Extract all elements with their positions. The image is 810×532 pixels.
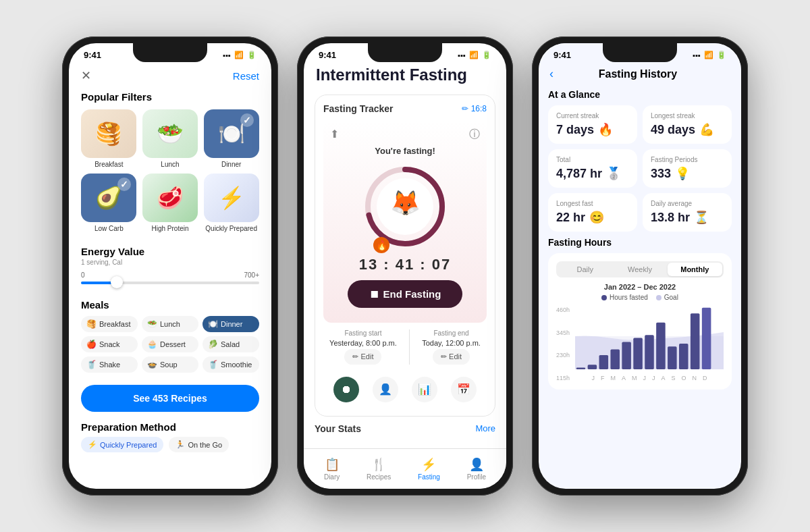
recipes-label: Recipes xyxy=(367,473,391,481)
legend-dot-goal xyxy=(656,295,662,300)
filter-header: ✕ Reset xyxy=(69,63,271,91)
tracker-nav-dot[interactable]: ⏺ xyxy=(333,377,359,402)
tracker-nav-person[interactable]: 👤 xyxy=(373,377,398,402)
meal-chip-breakfast[interactable]: 🥞 Breakfast xyxy=(81,316,138,332)
diary-label: Diary xyxy=(324,473,340,481)
energy-subtitle: 1 serving, Cal xyxy=(81,259,259,266)
signal-icon3: ▪▪▪ xyxy=(693,51,701,59)
share-icon[interactable]: ⬆ xyxy=(330,128,339,142)
tab-profile[interactable]: 👤 Profile xyxy=(467,457,486,481)
fasting-start-edit-button[interactable]: ✏ Edit xyxy=(344,349,381,365)
history-nav-header: ‹ Fasting History xyxy=(539,63,741,86)
svg-rect-9 xyxy=(645,335,654,369)
prep-title: Preparation Method xyxy=(81,421,259,433)
tracker-nav-chart[interactable]: 📊 xyxy=(412,377,437,402)
prep-chip-onthego[interactable]: 🏃 On the Go xyxy=(169,437,229,452)
fire-emoji: 🔥 xyxy=(598,122,613,137)
profile-label: Profile xyxy=(467,473,486,481)
fasting-icon: ⚡ xyxy=(421,457,436,472)
reset-button[interactable]: Reset xyxy=(233,70,259,82)
slider-thumb[interactable] xyxy=(111,276,123,288)
filter-item-lunch[interactable]: 🥗 Lunch xyxy=(142,109,198,168)
x-label-n: N xyxy=(692,375,697,381)
tab-fasting[interactable]: ⚡ Fasting xyxy=(418,457,440,481)
meal-chip-smoothie[interactable]: 🥤 Smoothie xyxy=(202,356,259,373)
see-recipes-button[interactable]: See 453 Recipes xyxy=(81,385,259,412)
fasting-page-title: Intermittent Fasting xyxy=(316,65,494,85)
battery-icon3: 🔋 xyxy=(717,51,726,59)
back-button[interactable]: ‹ xyxy=(549,67,554,81)
quick-filter-img: ⚡ xyxy=(204,174,259,222)
legend-hours-fasted: Hours fasted xyxy=(601,294,648,301)
meal-chip-lunch[interactable]: 🥗 Lunch xyxy=(142,316,198,332)
phone1-notch xyxy=(133,43,207,62)
fasting-hours-title: Fasting Hours xyxy=(548,237,732,248)
lunch-label: Lunch xyxy=(160,320,180,328)
soup-emoji: 🍲 xyxy=(147,360,157,369)
phone3-screen: 9:41 ▪▪▪ 📶 🔋 ‹ Fasting History At a Glan… xyxy=(539,43,741,489)
meal-chip-snack[interactable]: 🍎 Snack xyxy=(81,336,138,352)
tracker-nav-icons: ⏺ 👤 📊 📅 xyxy=(323,371,487,408)
fasting-end-label: Fasting end xyxy=(433,329,468,337)
svg-rect-12 xyxy=(679,344,688,369)
dinner-filter-img: 🍽️ xyxy=(204,109,259,158)
filter-item-breakfast[interactable]: 🥞 Breakfast xyxy=(81,109,137,168)
daily-avg-value-row: 13.8 hr ⏳ xyxy=(651,210,724,225)
snack-emoji: 🍎 xyxy=(86,340,97,349)
energy-slider[interactable] xyxy=(81,282,259,284)
battery-icon2: 🔋 xyxy=(482,51,491,59)
dinner-label: Dinner xyxy=(221,320,242,328)
longest-fast-value-row: 22 hr 😊 xyxy=(556,210,629,225)
filter-item-lowcarb[interactable]: 🥑 Low Carb xyxy=(81,174,137,232)
filter-item-dinner[interactable]: 🍽️ Dinner xyxy=(203,109,259,168)
fasting-periods-value: 333 xyxy=(651,167,671,181)
filter-item-highprotein[interactable]: 🥩 High Protein xyxy=(142,174,198,232)
phone3-notch xyxy=(603,43,677,62)
tracker-label: Fasting Tracker xyxy=(323,103,394,114)
wifi-icon3: 📶 xyxy=(704,51,713,59)
battery-icon: 🔋 xyxy=(247,51,256,59)
filter-item-quick[interactable]: ⚡ Quickly Prepared xyxy=(203,174,259,232)
meal-chip-dinner[interactable]: 🍽️ Dinner xyxy=(202,316,259,332)
svg-rect-7 xyxy=(622,342,631,369)
end-fasting-button[interactable]: ⏹ End Fasting xyxy=(348,280,463,308)
stop-icon: ⏹ xyxy=(369,288,379,300)
legend-dot-hours xyxy=(601,295,607,300)
your-stats-more[interactable]: More xyxy=(475,423,495,433)
fasting-end-edit-button[interactable]: ✏ Edit xyxy=(433,349,470,365)
salad-label: Salad xyxy=(221,340,240,348)
phone2-frame: 9:41 ▪▪▪ 📶 🔋 Intermittent Fasting Fastin… xyxy=(297,36,513,496)
tracker-nav-calendar[interactable]: 📅 xyxy=(451,377,477,402)
tab-recipes[interactable]: 🍴 Recipes xyxy=(367,457,391,481)
stat-fasting-periods: Fasting Periods 333 💡 xyxy=(643,149,732,188)
stats-grid: Current streak 7 days 🔥 Longest streak 4… xyxy=(548,105,732,232)
meal-chip-dessert[interactable]: 🧁 Dessert xyxy=(142,336,198,352)
phone2-time: 9:41 xyxy=(319,50,336,60)
meal-chip-shake[interactable]: 🥤 Shake xyxy=(81,356,138,373)
phone1-time: 9:41 xyxy=(84,50,101,60)
signal-icon2: ▪▪▪ xyxy=(458,51,466,59)
svg-rect-14 xyxy=(702,308,711,369)
fasting-start-label: Fasting start xyxy=(344,329,381,337)
quick-filter-label: Quickly Prepared xyxy=(205,225,257,232)
chart-tab-daily[interactable]: Daily xyxy=(558,263,612,276)
x-label-a1: A xyxy=(622,375,626,381)
phone1-status-icons: ▪▪▪ 📶 🔋 xyxy=(223,51,256,59)
chart-tab-weekly[interactable]: Weekly xyxy=(612,263,667,276)
svg-rect-4 xyxy=(588,365,597,369)
info-icon[interactable]: ⓘ xyxy=(469,128,480,142)
svg-rect-8 xyxy=(633,338,643,370)
stat-daily-avg: Daily average 13.8 hr ⏳ xyxy=(643,193,732,232)
tracker-edit[interactable]: ✏ 16:8 xyxy=(462,104,487,113)
prep-chip-quick[interactable]: ⚡ Quickly Prepared xyxy=(81,437,163,452)
chart-tab-monthly[interactable]: Monthly xyxy=(668,263,722,276)
energy-range: 0 700+ xyxy=(81,271,259,279)
close-icon[interactable]: ✕ xyxy=(81,68,91,83)
breakfast-filter-img: 🥞 xyxy=(81,109,136,158)
at-glance-section: At a Glance Current streak 7 days 🔥 Long… xyxy=(548,89,732,232)
current-streak-value-row: 7 days 🔥 xyxy=(556,122,629,137)
meal-chip-salad[interactable]: 🥬 Salad xyxy=(202,336,259,352)
meal-chip-soup[interactable]: 🍲 Soup xyxy=(142,356,198,373)
tab-diary[interactable]: 📋 Diary xyxy=(324,457,340,481)
wifi-icon: 📶 xyxy=(234,51,244,59)
